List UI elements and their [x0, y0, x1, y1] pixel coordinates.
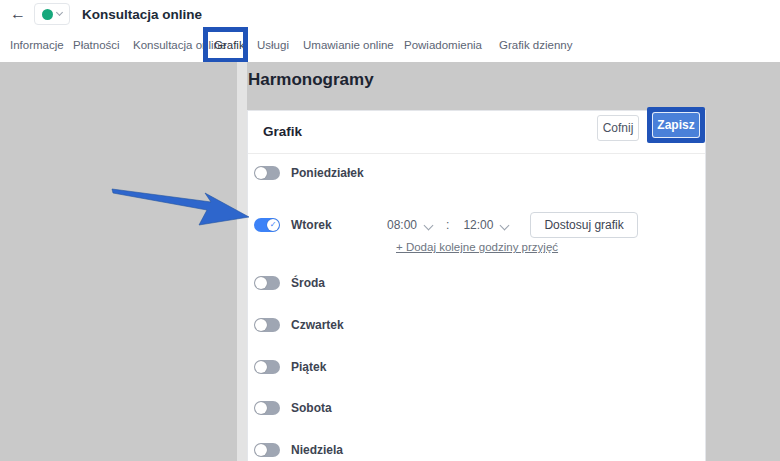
status-dot-icon [42, 9, 53, 20]
status-dropdown[interactable] [34, 3, 70, 25]
tab-konsultacja-online[interactable]: Konsultacja online [133, 28, 226, 62]
schedule-card: Grafik Cofnij Zapisz ✓ Poniedziałek ✓ Wt… [247, 110, 706, 461]
undo-button[interactable]: Cofnij [597, 115, 639, 141]
toggle-poniedzialek[interactable]: ✓ [254, 166, 280, 180]
save-button-highlight-box: Zapisz [647, 107, 705, 143]
top-bar: ← Konsultacja online [0, 0, 780, 28]
day-label: Niedziela [291, 443, 379, 457]
adjust-schedule-button[interactable]: Dostosuj grafik [530, 212, 637, 238]
chevron-down-icon [424, 220, 434, 230]
day-row-czwartek: ✓ Czwartek [254, 318, 379, 332]
day-row-piatek: ✓ Piątek [254, 360, 379, 374]
add-more-hours-link[interactable]: + Dodaj kolejne godziny przyjęć [396, 241, 558, 253]
toggle-niedziela[interactable]: ✓ [254, 443, 280, 457]
tab-grafik-dzienny[interactable]: Grafik dzienny [499, 28, 573, 62]
toggle-piatek[interactable]: ✓ [254, 360, 280, 374]
save-button[interactable]: Zapisz [652, 112, 700, 138]
day-label: Poniedziałek [291, 166, 379, 180]
end-time-select[interactable]: 12:00 [463, 218, 508, 232]
chevron-down-icon [56, 9, 63, 16]
day-row-niedziela: ✓ Niedziela [254, 443, 379, 457]
time-range-controls: 08:00 : 12:00 Dostosuj grafik [387, 212, 638, 238]
tab-umawianie-online[interactable]: Umawianie online [303, 28, 394, 62]
tab-bar: Informacje Płatności Konsultacja online … [0, 28, 780, 63]
main-area: Harmonogramy Grafik Cofnij Zapisz ✓ Poni… [0, 62, 780, 461]
check-icon: ✓ [270, 221, 277, 229]
pointer-arrow-icon [110, 186, 252, 228]
day-row-wtorek: ✓ Wtorek 08:00 : 12:00 Dostosuj grafik [254, 212, 638, 238]
day-row-poniedzialek: ✓ Poniedziałek [254, 166, 379, 180]
day-row-sroda: ✓ Środa [254, 276, 379, 290]
card-title: Grafik [263, 124, 302, 139]
tab-informacje[interactable]: Informacje [10, 28, 64, 62]
chevron-down-icon [500, 220, 510, 230]
day-label: Środa [291, 276, 379, 290]
toggle-czwartek[interactable]: ✓ [254, 318, 280, 332]
day-row-sobota: ✓ Sobota [254, 401, 379, 415]
card-header: Grafik Cofnij Zapisz [248, 111, 705, 154]
start-time-value: 08:00 [387, 218, 417, 232]
section-heading: Harmonogramy [248, 70, 374, 90]
time-separator: : [446, 218, 449, 232]
page-title: Konsultacja online [82, 7, 202, 22]
day-label: Sobota [291, 401, 379, 415]
day-label: Wtorek [291, 218, 379, 232]
end-time-value: 12:00 [463, 218, 493, 232]
tab-uslugi[interactable]: Usługi [257, 28, 289, 62]
back-icon[interactable]: ← [10, 6, 26, 22]
content-gutter [237, 62, 247, 461]
toggle-sobota[interactable]: ✓ [254, 401, 280, 415]
toggle-wtorek[interactable]: ✓ [254, 218, 280, 232]
day-label: Piątek [291, 360, 379, 374]
tab-platnosci[interactable]: Płatności [73, 28, 120, 62]
toggle-sroda[interactable]: ✓ [254, 276, 280, 290]
tab-powiadomienia[interactable]: Powiadomienia [404, 28, 482, 62]
app-window: ← Konsultacja online Informacje Płatnośc… [0, 0, 780, 461]
start-time-select[interactable]: 08:00 [387, 218, 432, 232]
tab-grafik[interactable]: Grafik [214, 28, 245, 62]
day-label: Czwartek [291, 318, 379, 332]
